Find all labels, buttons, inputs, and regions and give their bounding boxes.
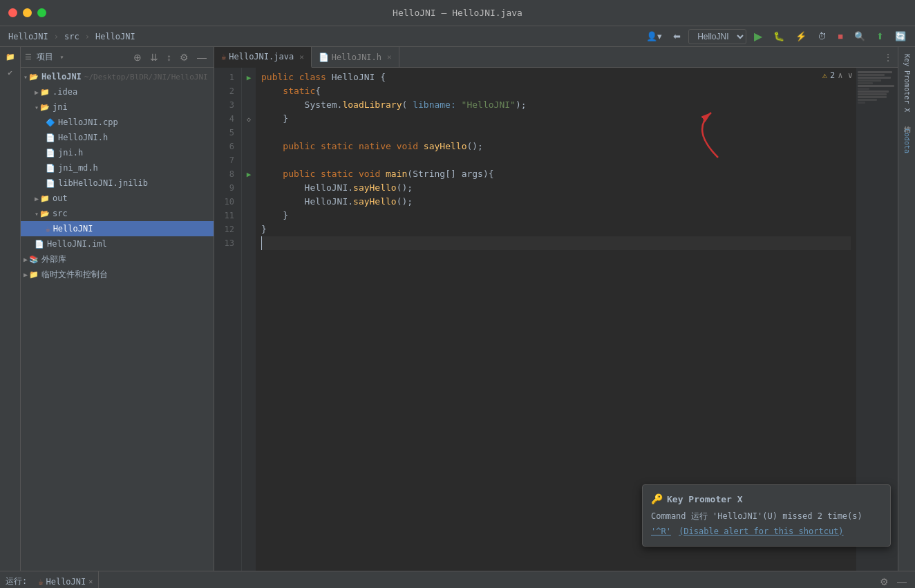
panel-title: ☰ 项目 ▾ — [25, 51, 128, 63]
tree-item-ext-libs[interactable]: ▶ 📚 外部库 — [21, 252, 214, 267]
notif-logo: 🔑 — [651, 493, 663, 504]
run-tab-hellojni[interactable]: ☕ HelloJNI ✕ — [32, 571, 99, 589]
code-line-4: } — [261, 112, 851, 126]
run-label: 运行: — [6, 576, 27, 587]
nav-file[interactable]: HelloJNI — [93, 30, 138, 43]
tab-hellojni-h[interactable]: 📄 HelloJNI.h ✕ — [312, 47, 399, 68]
maximize-button[interactable] — [37, 8, 46, 17]
window-title: HelloJNI – HelloJNI.java — [393, 8, 522, 18]
collapse-all-btn[interactable]: ⇊ — [147, 50, 161, 64]
bottom-tab-bar: 运行: ☕ HelloJNI ✕ ⚙ — — [0, 571, 915, 588]
gutter: ▶ ◇ ▶ — [242, 68, 256, 571]
tab-hellojni-java[interactable]: ☕ HelloJNI.java ✕ — [214, 47, 312, 68]
tab-bar: ☕ HelloJNI.java ✕ 📄 HelloJNI.h ✕ ⋮ — [214, 47, 898, 68]
code-line-3: System.loadLibrary( libname: "HelloJNI")… — [261, 98, 851, 112]
gear-btn[interactable]: ⚙ — [177, 50, 191, 64]
code-line-8: public static void main(String[] args){ — [261, 167, 851, 181]
file-tree: ▾ 📂 HelloJNI ~/Desktop/BlDR/JNI/HelloJNI… — [21, 68, 214, 571]
code-line-7 — [261, 153, 851, 167]
sort-btn[interactable]: ↕ — [164, 50, 174, 64]
tree-item-out[interactable]: ▶ 📁 out — [21, 191, 214, 206]
panel-toolbar: ☰ 项目 ▾ ⊕ ⇊ ↕ ⚙ — — [21, 47, 214, 68]
sidebar-project-icon[interactable]: 📁 — [1, 50, 20, 64]
vcs-button[interactable]: 👤▾ — [643, 29, 666, 44]
tree-item-hellojni-h[interactable]: 📄 HelloJNI.h — [21, 130, 214, 145]
code-line-13 — [261, 236, 851, 250]
notif-header: 🔑 Key Promoter X — [651, 493, 882, 504]
close-run-tab[interactable]: ✕ — [88, 578, 93, 585]
minimize-panel-btn[interactable]: — — [894, 575, 909, 589]
close-button[interactable] — [8, 8, 17, 17]
run-line1[interactable]: ▶ — [247, 73, 252, 82]
code-line-6: public static native void sayHello(); — [261, 140, 851, 153]
nav-src[interactable]: src — [62, 30, 82, 43]
bottom-panel-actions: ⚙ — — [877, 575, 909, 589]
hide-btn[interactable]: — — [194, 50, 209, 64]
bottom-panel: 运行: ☕ HelloJNI ✕ ⚙ — ▶ ▲ ▼ ■ ↩ 🖨 🗑 /Libr… — [0, 571, 915, 588]
notification-popup: 🔑 Key Promoter X Command 运行 'HelloJNI'(U… — [642, 484, 891, 547]
run-line8[interactable]: ▶ — [247, 170, 252, 179]
left-sidebar: 📁 ✔ — [0, 47, 21, 571]
search-button[interactable]: 🔍 — [851, 29, 869, 44]
tree-item-libhellojni[interactable]: 📄 libHelloJNI.jnilib — [21, 176, 214, 191]
code-line-1: public class HelloJNI { — [261, 70, 851, 84]
tree-item-temp[interactable]: ▶ 📁 临时文件和控制台 — [21, 267, 214, 282]
window-controls — [8, 8, 46, 17]
tree-item-jni[interactable]: ▾ 📂 jni — [21, 99, 214, 115]
nav-bar: HelloJNI › src › HelloJNI 👤▾ ⬅ HelloJNI … — [0, 26, 915, 47]
update-button[interactable]: 🔄 — [892, 29, 909, 44]
notif-disable-alert[interactable]: (Disable alert for this shortcut) — [679, 527, 843, 536]
title-bar: HelloJNI – HelloJNI.java — [0, 0, 915, 26]
notif-title: Key Promoter X — [667, 494, 743, 504]
right-sidebar-keypromoter[interactable]: Key Promoter X — [902, 50, 912, 116]
tree-item-idea[interactable]: ▶ 📁 .idea — [21, 84, 214, 99]
back-button[interactable]: ⬅ — [670, 29, 684, 44]
code-line-11: } — [261, 209, 851, 222]
minimize-button[interactable] — [23, 8, 32, 17]
tree-item-jni-h[interactable]: 📄 jni.h — [21, 145, 214, 160]
profiler-button[interactable]: ⏱ — [814, 29, 830, 44]
close-tab-java[interactable]: ✕ — [299, 53, 304, 61]
vcs-push-button[interactable]: ⬆ — [873, 29, 887, 44]
code-line-10: HelloJNI.sayHello(); — [261, 195, 851, 209]
tree-item-hellojni-java[interactable]: ☕ HelloJNI — [21, 221, 214, 236]
nav-project[interactable]: HelloJNI — [6, 30, 51, 43]
close-tab-h[interactable]: ✕ — [387, 53, 392, 61]
tree-item-hellojni-cpp[interactable]: 🔷 HelloJNI.cpp — [21, 115, 214, 130]
coverage-button[interactable]: ⚡ — [792, 29, 810, 44]
code-line-2: static{ — [261, 84, 851, 98]
code-line-5 — [261, 126, 851, 140]
right-sidebar-codota[interactable]: Codota — [902, 124, 912, 158]
line-numbers: 1 2 3 4 5 6 7 8 9 10 11 12 13 — [214, 68, 242, 571]
right-sidebar: Key Promoter X 结构 Codota — [898, 47, 915, 571]
toolbar: 👤▾ ⬅ HelloJNI ▶ 🐛 ⚡ ⏱ ■ 🔍 ⬆ 🔄 — [643, 28, 909, 45]
run-config-select[interactable]: HelloJNI — [688, 29, 746, 44]
project-panel: ☰ 项目 ▾ ⊕ ⇊ ↕ ⚙ — ▾ 📂 HelloJNI ~/Desktop/… — [21, 47, 214, 571]
tree-item-jni-md-h[interactable]: 📄 jni_md.h — [21, 160, 214, 176]
run-button[interactable]: ▶ — [751, 28, 766, 45]
notif-shortcut[interactable]: '^R' — [651, 527, 671, 536]
notif-body: Command 运行 'HelloJNI'(U) missed 2 time(s… — [651, 510, 882, 538]
stop-button[interactable]: ■ — [834, 29, 847, 44]
locate-file-btn[interactable]: ⊕ — [131, 50, 144, 64]
tree-item-iml[interactable]: 📄 HelloJNI.iml — [21, 236, 214, 252]
tree-item-src[interactable]: ▾ 📂 src — [21, 206, 214, 221]
code-line-9: HelloJNI.sayHello(); — [261, 181, 851, 195]
code-line-12: } — [261, 222, 851, 236]
tab-more-button[interactable]: ⋮ — [878, 53, 898, 62]
editor-warnings: ⚠ 2 ∧ ∨ — [822, 70, 853, 80]
right-sidebar-structure[interactable]: 结构 — [900, 116, 913, 124]
debug-button[interactable]: 🐛 — [770, 29, 788, 44]
tree-root[interactable]: ▾ 📂 HelloJNI ~/Desktop/BlDR/JNI/HelloJNI — [21, 69, 214, 84]
sidebar-commit-icon[interactable]: ✔ — [1, 66, 20, 80]
settings-btn[interactable]: ⚙ — [877, 575, 892, 589]
notif-command: Command — [651, 511, 691, 521]
